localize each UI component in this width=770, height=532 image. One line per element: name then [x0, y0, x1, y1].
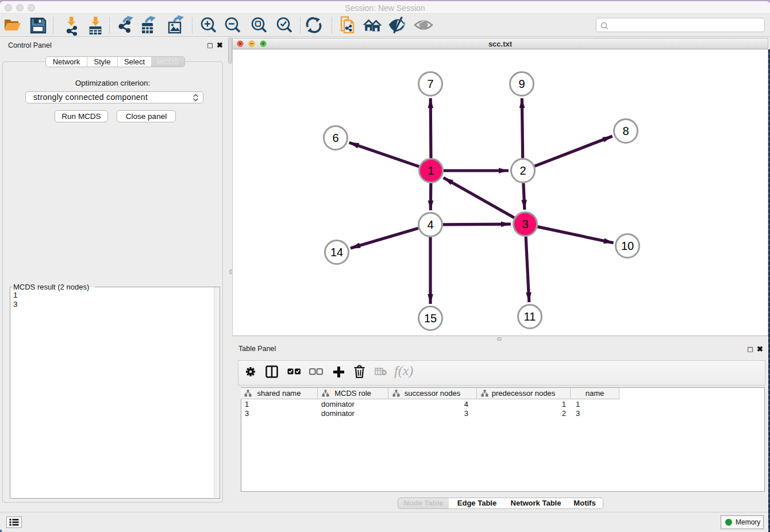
svg-text:3: 3: [522, 218, 528, 230]
svg-text:9: 9: [518, 78, 525, 90]
svg-text:15: 15: [424, 312, 437, 325]
svg-text:14: 14: [330, 246, 343, 259]
svg-text:4: 4: [427, 218, 433, 231]
svg-text:7: 7: [427, 78, 433, 90]
svg-text:11: 11: [524, 310, 536, 323]
svg-text:10: 10: [621, 240, 634, 252]
svg-text:8: 8: [622, 125, 629, 137]
svg-text:6: 6: [332, 132, 338, 144]
svg-text:2: 2: [519, 164, 526, 177]
svg-text:1: 1: [428, 164, 434, 177]
